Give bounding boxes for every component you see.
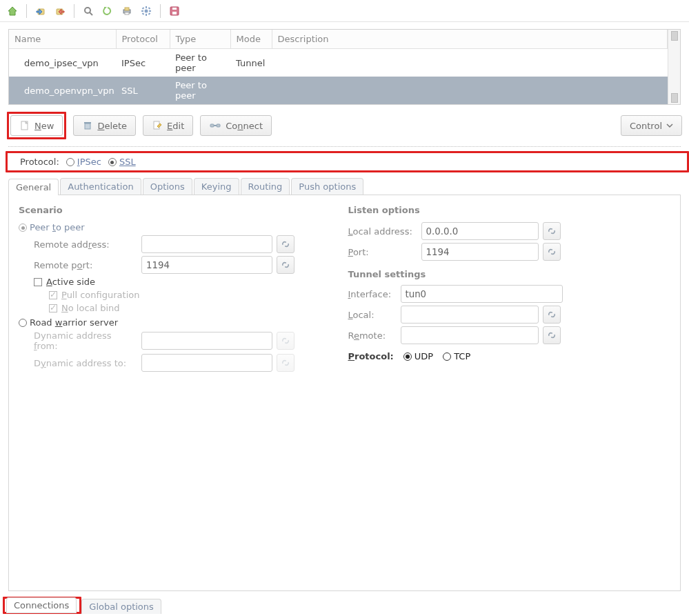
svg-rect-12 xyxy=(142,7,145,10)
new-button[interactable]: New xyxy=(10,115,63,136)
tab-connections[interactable]: Connections xyxy=(6,597,77,613)
svg-point-2 xyxy=(85,8,90,13)
local-addr-label: Local address: xyxy=(348,226,417,237)
col-type[interactable]: Type xyxy=(170,30,230,49)
chevron-down-icon xyxy=(666,122,673,129)
svg-rect-18 xyxy=(172,8,177,10)
protocol-label: Protocol: xyxy=(20,157,59,167)
svg-rect-6 xyxy=(125,12,129,14)
scroll-down-thumb[interactable] xyxy=(671,93,678,103)
port-link-icon[interactable] xyxy=(543,243,561,261)
tab-keying[interactable]: Keying xyxy=(194,178,239,195)
col-name[interactable]: Name xyxy=(9,30,116,49)
iface-input[interactable] xyxy=(401,285,563,303)
active-side-check[interactable]: Active side xyxy=(34,277,95,287)
connect-button[interactable]: Connect xyxy=(200,115,272,136)
proto-ipsec-radio[interactable]: IPSec xyxy=(66,157,101,167)
transport-proto-label: Protocol: xyxy=(348,351,394,361)
search-icon[interactable] xyxy=(80,3,97,19)
save-icon[interactable] xyxy=(166,3,183,19)
plug-icon xyxy=(209,121,221,130)
col-protocol[interactable]: Protocol xyxy=(116,30,170,49)
import-icon[interactable] xyxy=(32,3,49,19)
col-mode[interactable]: Mode xyxy=(230,30,272,49)
remote-port-link-icon[interactable] xyxy=(277,256,294,274)
svg-rect-24 xyxy=(217,124,220,127)
remote-port-input[interactable] xyxy=(141,256,272,274)
proto-ssl-radio[interactable]: SSL xyxy=(108,157,136,167)
svg-rect-15 xyxy=(148,12,151,15)
delete-label: elete xyxy=(104,121,127,131)
table-row[interactable]: demo_openvpn_vpnSSLPeer to peer xyxy=(9,77,668,104)
svg-rect-21 xyxy=(84,122,91,123)
proto-tcp-radio[interactable]: TCP xyxy=(443,351,470,361)
remote-port-label: Remote port: xyxy=(34,260,137,270)
print-icon[interactable] xyxy=(119,3,135,19)
svg-rect-10 xyxy=(141,10,143,12)
home-icon[interactable] xyxy=(4,3,21,19)
svg-rect-11 xyxy=(149,10,151,12)
iface-label: Interface: xyxy=(348,289,397,299)
refresh-icon[interactable] xyxy=(99,3,116,19)
tunnel-remote-link-icon[interactable] xyxy=(543,326,561,344)
pencil-icon xyxy=(152,120,163,131)
proto-udp-radio[interactable]: UDP xyxy=(403,351,433,361)
dyn-from-link-icon xyxy=(277,332,294,350)
highlight-protocol: Protocol: IPSec SSL xyxy=(6,151,689,172)
scenario-title: Scenario xyxy=(19,205,341,215)
dyn-from-input xyxy=(141,332,272,350)
svg-rect-23 xyxy=(210,124,214,127)
highlight-connections-tab: Connections xyxy=(3,597,81,614)
remote-addr-input[interactable] xyxy=(141,235,272,253)
dyn-to-label: Dynamic address to: xyxy=(34,358,137,368)
control-label: Control xyxy=(630,121,662,131)
remote-addr-link-icon[interactable] xyxy=(277,235,294,253)
remote-addr-label: Remote address: xyxy=(34,239,137,250)
col-description[interactable]: Description xyxy=(272,30,668,49)
page-tabs: Connections Global options xyxy=(0,597,689,614)
svg-point-7 xyxy=(145,9,148,12)
tunnel-remote-input[interactable] xyxy=(401,326,539,344)
tunnel-local-link-icon[interactable] xyxy=(543,306,561,324)
tab-push[interactable]: Push options xyxy=(291,178,363,195)
svg-rect-8 xyxy=(146,6,147,8)
highlight-new: New xyxy=(7,112,66,139)
connect-label: nect xyxy=(243,121,263,131)
scroll-up-thumb[interactable] xyxy=(671,31,678,41)
tunnel-local-label: Local: xyxy=(348,310,397,320)
scenario-panel: Scenario Peer to peer Remote address: Re… xyxy=(19,205,341,581)
tunnel-title: Tunnel settings xyxy=(348,269,671,279)
local-addr-input[interactable] xyxy=(421,222,539,240)
new-label: ew xyxy=(41,121,54,131)
export-icon[interactable] xyxy=(52,3,68,19)
svg-rect-9 xyxy=(146,14,147,16)
svg-rect-14 xyxy=(142,12,145,15)
pull-config-check: Pull configuration xyxy=(49,290,139,300)
tunnel-remote-label: Remote: xyxy=(348,330,397,341)
svg-rect-13 xyxy=(148,7,151,10)
delete-button[interactable]: Delete xyxy=(73,115,136,136)
tab-routing[interactable]: Routing xyxy=(241,178,290,195)
dyn-to-link-icon xyxy=(277,354,294,372)
listen-tunnel-panel: Listen options Local address: Port: Tunn… xyxy=(348,205,671,581)
edit-button[interactable]: Edit xyxy=(143,115,193,136)
general-panel: Scenario Peer to peer Remote address: Re… xyxy=(8,195,681,591)
control-menu[interactable]: Control xyxy=(621,115,682,136)
tab-general[interactable]: General xyxy=(8,179,59,195)
table-row[interactable]: demo_ipsec_vpnIPSecPeer to peerTunnel xyxy=(9,49,668,77)
tab-auth[interactable]: Authentication xyxy=(60,178,141,195)
tab-global-options[interactable]: Global options xyxy=(81,599,161,614)
vscrollbar[interactable] xyxy=(668,30,680,104)
tunnel-local-input[interactable] xyxy=(401,306,539,324)
tab-options[interactable]: Options xyxy=(143,178,192,195)
gear-icon[interactable] xyxy=(138,3,154,19)
scenario-peer-radio[interactable]: Peer to peer xyxy=(19,222,85,232)
local-addr-link-icon[interactable] xyxy=(543,222,561,240)
port-input[interactable] xyxy=(421,243,539,261)
svg-rect-5 xyxy=(125,8,129,10)
svg-rect-17 xyxy=(172,12,177,14)
road-warrior-radio[interactable]: Road warrior server xyxy=(19,317,118,328)
vpn-table[interactable]: Name Protocol Type Mode Description demo… xyxy=(9,30,668,104)
main-toolbar xyxy=(0,0,689,22)
action-bar: New Delete Edit Connect Control xyxy=(0,108,689,146)
